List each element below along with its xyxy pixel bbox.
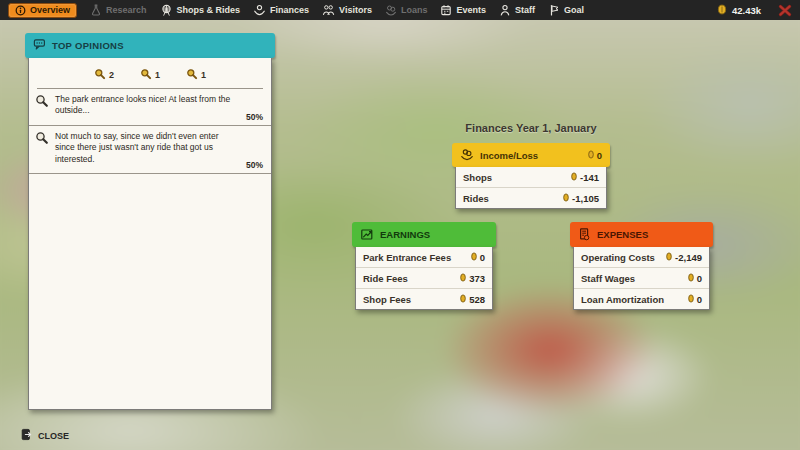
finance-row: Shop Fees 528 <box>356 288 492 309</box>
toolbar-item-label: Loans <box>401 5 428 15</box>
row-value: 528 <box>460 294 485 305</box>
row-value: -141 <box>571 172 599 183</box>
row-label: Operating Costs <box>581 252 655 263</box>
finance-row: Ride Fees 373 <box>356 267 492 288</box>
toolbar-item-overview[interactable]: Overview <box>8 3 77 18</box>
loan-icon <box>385 4 397 16</box>
coin-icon <box>563 193 569 204</box>
toolbar-item-label: Visitors <box>339 5 372 15</box>
speech-bubble-icon <box>33 38 46 53</box>
magnifier-icon <box>140 68 152 82</box>
hand-coin-icon <box>253 4 266 16</box>
panel-title: EARNINGS <box>380 229 430 240</box>
toolbar-item-label: Finances <box>270 5 309 15</box>
coin-icon <box>717 4 727 17</box>
chart-up-icon <box>360 227 374 243</box>
amount: -2,149 <box>675 252 702 263</box>
top-toolbar: Overview Research Shops & Rides Finances <box>0 0 800 20</box>
row-label: Staff Wages <box>581 273 635 284</box>
opinion-summary-item: 1 <box>186 68 206 82</box>
opinion-row: The park entrance looks nice! At least f… <box>29 89 271 126</box>
magnifier-icon <box>94 68 106 82</box>
calendar-icon <box>440 4 452 16</box>
row-value: 0 <box>471 252 485 263</box>
opinion-summary-item: 1 <box>140 68 160 82</box>
toolbar-item-research[interactable]: Research <box>90 4 147 16</box>
staff-icon <box>499 4 511 16</box>
row-label: Rides <box>463 193 489 204</box>
visitors-icon <box>322 4 335 16</box>
coin-icon <box>666 252 672 263</box>
toolbar-item-events[interactable]: Events <box>440 4 486 16</box>
earnings-panel: EARNINGS Park Entrance Fees 0 Ride Fees … <box>352 222 496 310</box>
row-label: Ride Fees <box>363 273 408 284</box>
toolbar-item-label: Research <box>106 5 147 15</box>
earnings-body: Park Entrance Fees 0 Ride Fees 373 Shop … <box>355 247 493 310</box>
close-button-label: CLOSE <box>38 431 69 441</box>
info-icon <box>15 5 26 16</box>
amount: 373 <box>469 273 485 284</box>
amount: 0 <box>697 273 702 284</box>
toolbar-item-shops-rides[interactable]: Shops & Rides <box>160 4 241 17</box>
amount: 0 <box>480 252 485 263</box>
toolbar-item-label: Goal <box>564 5 584 15</box>
finance-row: Shops -141 <box>456 167 606 187</box>
row-label: Shops <box>463 172 492 183</box>
finance-row: Operating Costs -2,149 <box>574 247 709 267</box>
money-display: 42.43k <box>717 4 761 17</box>
toolbar-item-staff[interactable]: Staff <box>499 4 535 16</box>
toolbar-item-label: Events <box>456 5 486 15</box>
panel-title: Income/Loss <box>480 150 538 161</box>
income-loss-panel: Income/Loss 0 Shops -141 Rides -1 <box>452 143 610 209</box>
ferris-wheel-icon <box>160 4 173 17</box>
row-label: Shop Fees <box>363 294 411 305</box>
income-loss-header: Income/Loss 0 <box>452 143 610 167</box>
row-label: Loan Amortization <box>581 294 664 305</box>
magnifier-icon <box>186 68 198 82</box>
panel-title: EXPENSES <box>597 229 648 240</box>
flask-icon <box>90 4 102 16</box>
opinion-summary-count: 1 <box>155 70 160 80</box>
opinion-summary-item: 2 <box>94 68 114 82</box>
toolbar-item-label: Shops & Rides <box>177 5 241 15</box>
finance-row: Staff Wages 0 <box>574 267 709 288</box>
coin-icon <box>588 150 594 161</box>
expenses-panel: EXPENSES Operating Costs -2,149 Staff Wa… <box>570 222 713 310</box>
amount: -1,105 <box>572 193 599 204</box>
total-amount: 0 <box>597 150 602 161</box>
top-opinions-header: TOP OPINIONS <box>25 33 275 58</box>
close-button[interactable]: CLOSE <box>20 428 69 443</box>
opinion-text: The park entrance looks nice! At least f… <box>55 94 263 117</box>
toolbar-item-label: Overview <box>30 5 70 15</box>
coin-icon <box>460 273 466 284</box>
flag-icon <box>548 4 560 16</box>
coin-icon <box>471 252 477 263</box>
receipt-icon <box>578 227 591 243</box>
row-value: 373 <box>460 273 485 284</box>
magnifier-icon <box>35 131 49 165</box>
money-amount: 42.43k <box>732 5 761 16</box>
row-value: 0 <box>688 273 702 284</box>
toolbar-item-finances[interactable]: Finances <box>253 4 309 16</box>
magnifier-icon <box>35 94 49 117</box>
toolbar-item-goal[interactable]: Goal <box>548 4 584 16</box>
finances-period-title: Finances Year 1, January <box>452 122 610 134</box>
amount: -141 <box>580 172 599 183</box>
opinion-summary-row: 2 1 1 <box>29 58 271 84</box>
coin-icon <box>460 294 466 305</box>
toolbar-item-loans[interactable]: Loans <box>385 4 428 16</box>
toolbar-item-label: Staff <box>515 5 535 15</box>
row-value: -2,149 <box>666 252 702 263</box>
finance-row: Park Entrance Fees 0 <box>356 247 492 267</box>
close-x-icon[interactable] <box>778 4 792 17</box>
expenses-header: EXPENSES <box>570 222 713 247</box>
coin-icon <box>688 273 694 284</box>
opinion-summary-count: 2 <box>109 70 114 80</box>
row-value: 0 <box>688 294 702 305</box>
finance-row: Rides -1,105 <box>456 187 606 208</box>
game-screen: Overview Research Shops & Rides Finances <box>0 0 800 450</box>
earnings-header: EARNINGS <box>352 222 496 247</box>
toolbar-item-visitors[interactable]: Visitors <box>322 4 372 16</box>
opinion-text: Not much to say, since we didn't even en… <box>55 131 263 165</box>
amount: 528 <box>469 294 485 305</box>
